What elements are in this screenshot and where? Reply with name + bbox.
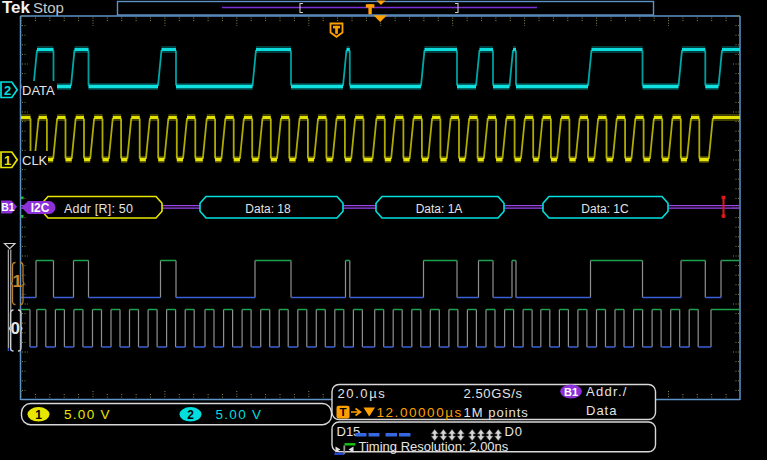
svg-text:T: T: [339, 406, 346, 418]
svg-text:I2C: I2C: [31, 201, 50, 215]
svg-text:1: 1: [12, 272, 21, 291]
svg-text:12.00000µs: 12.00000µs: [377, 405, 463, 420]
svg-text:Stop: Stop: [33, 0, 64, 16]
svg-text:Data: 1A: Data: 1A: [416, 202, 463, 216]
svg-text:5.00 V: 5.00 V: [64, 407, 111, 422]
svg-text:Data: 1C: Data: 1C: [581, 202, 629, 216]
svg-text:20.0µs: 20.0µs: [338, 386, 387, 401]
svg-text:B1: B1: [1, 201, 15, 213]
svg-text:1: 1: [35, 408, 42, 422]
svg-text:CLK: CLK: [22, 153, 48, 168]
svg-text:Data: Data: [586, 403, 617, 418]
svg-text:1M points: 1M points: [464, 405, 529, 420]
svg-text:DATA: DATA: [22, 83, 55, 98]
svg-text:5.00 V: 5.00 V: [216, 407, 263, 422]
svg-text:2.50GS/s: 2.50GS/s: [464, 386, 523, 401]
svg-text:Addr./: Addr./: [586, 384, 628, 399]
svg-text:0: 0: [10, 319, 19, 338]
svg-text:B1: B1: [564, 386, 578, 398]
svg-text:Addr [R]: 50: Addr [R]: 50: [64, 202, 133, 216]
svg-text:2: 2: [187, 408, 194, 422]
svg-text:1: 1: [4, 153, 11, 168]
svg-text:Data: 18: Data: 18: [245, 202, 291, 216]
svg-text:Timing Resolution: 2.00ns: Timing Resolution: 2.00ns: [359, 439, 509, 454]
svg-text:D0: D0: [505, 424, 523, 439]
svg-text:2: 2: [4, 83, 11, 98]
svg-text:Tek: Tek: [2, 0, 31, 17]
